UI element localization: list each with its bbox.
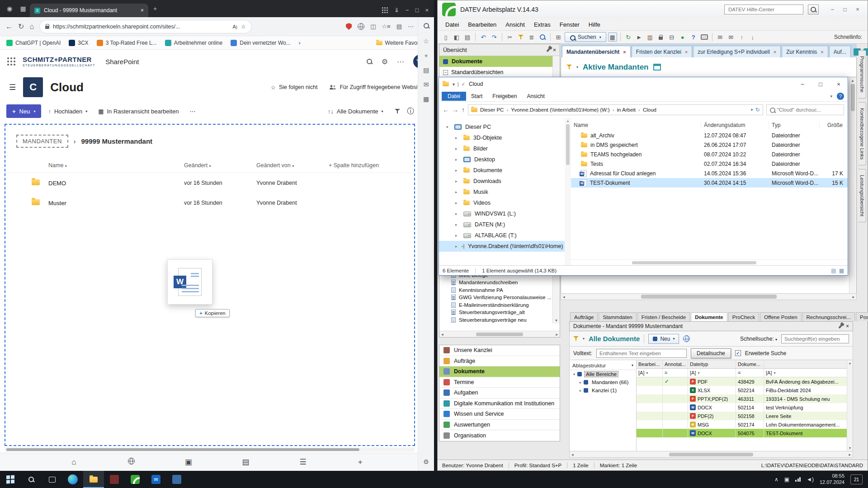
scroll-right-icon[interactable]: ▸ [849, 452, 851, 457]
tree-item-dieser-pc[interactable]: ▾Dieser PC [439, 122, 571, 132]
tab-close-icon[interactable]: × [774, 49, 776, 55]
ribbon-collapse-icon[interactable]: ▾ [830, 94, 832, 99]
document-row-selected[interactable]: WDOCX 504075 TEST-Dokument [637, 429, 853, 437]
close-icon[interactable]: × [852, 5, 863, 14]
new-document-icon[interactable]: ▯ [441, 33, 450, 42]
nav-organisation[interactable]: Organisation [439, 430, 560, 441]
taskbar-clock[interactable]: 08:55 12.07.2024 [820, 473, 844, 486]
redo-icon[interactable]: ↷ [490, 33, 499, 42]
collapse-icon[interactable]: − [443, 70, 448, 75]
scroll-left-icon[interactable]: ◂ [563, 295, 565, 299]
tree-item-alle-bereiche[interactable]: ▾Alle Bereiche [570, 370, 636, 378]
follow-button[interactable]: ☆Sie folgen nicht [271, 84, 318, 91]
chevron-down-icon[interactable]: ▾ [751, 108, 753, 112]
monitor-icon[interactable] [700, 33, 709, 42]
go-icon[interactable]: ► [635, 33, 644, 42]
sidebar-search-icon[interactable] [423, 23, 429, 30]
refresh-icon[interactable]: ↻ [624, 33, 633, 42]
main-horizontal-scrollbar[interactable]: ◂▸ [561, 293, 857, 300]
drag-ghost-word-document[interactable]: W [167, 259, 212, 305]
filter-cell[interactable]: [A]▾ [688, 369, 736, 377]
filter-cell[interactable]: = [663, 369, 688, 377]
grid-vertical-scrollbar[interactable]: ▴▾ [847, 360, 853, 451]
mail-icon[interactable]: ✉ [716, 33, 725, 42]
split-screen-icon[interactable]: ◫ [370, 23, 376, 30]
filter-icon[interactable] [566, 65, 572, 70]
expand-icon[interactable]: ▸ [580, 380, 581, 385]
suchen-button[interactable]: Suchen▾ [565, 32, 606, 42]
network-icon[interactable] [795, 477, 801, 482]
tree-item-home-drive[interactable]: ▸Yvonne.Drabent (\\intern\dfs01\Home) (W… [439, 241, 571, 252]
ribbon-tab-freigeben[interactable]: Freigeben [487, 92, 522, 101]
list-icon[interactable]: ≣ [527, 33, 536, 42]
minimize-icon[interactable]: − [793, 77, 811, 91]
filter-cell[interactable]: [A]▾ [764, 369, 853, 377]
document-row[interactable]: WDOCX 502114 test Verknüpfung [637, 403, 853, 412]
phone-icon[interactable]: ● [678, 33, 687, 42]
favorite-star-icon[interactable]: ☆ [241, 23, 246, 30]
menu-ansicht[interactable]: Ansicht [501, 20, 529, 29]
translate-icon[interactable] [358, 23, 364, 30]
info-icon[interactable]: ⓘ [407, 107, 415, 116]
home-icon[interactable]: ⌂ [29, 23, 34, 31]
tree-item-daten[interactable]: ▸DATEN (M:) [439, 219, 571, 230]
taskbar-app2-button[interactable] [166, 471, 187, 488]
book-icon[interactable]: ▥ [646, 33, 655, 42]
nav-dokumente[interactable]: Dokumente [439, 366, 560, 377]
breadcrumb-root[interactable]: MANDANTEN [16, 135, 68, 148]
panel-group-standarduebersichten[interactable]: − Standardübersichten [439, 67, 560, 78]
crumb-dieser-pc[interactable]: Dieser PC [480, 107, 504, 113]
scroll-up-icon[interactable]: ▴ [567, 119, 569, 123]
document-row[interactable]: PPPTX;PDF(2) 463311 193314 - DMS Schulun… [637, 394, 853, 403]
save-icon[interactable]: ◧ [452, 33, 461, 42]
horizontal-scrollbar[interactable] [5, 447, 415, 452]
crumb-in-arbeit[interactable]: in Arbeit [617, 107, 636, 113]
collections-icon[interactable]: ▤ [396, 23, 402, 30]
close-icon[interactable]: × [830, 77, 848, 91]
list-item[interactable]: Mandantenrundschreiben [439, 279, 552, 286]
filter-icon[interactable] [573, 336, 579, 341]
tab-erledigung[interactable]: zur Erledigung S+P individuell× [693, 46, 781, 57]
url-field[interactable]: https://schmitzpartnerkoeln.sharepoint.c… [39, 20, 252, 33]
file-row[interactable]: in DMS gespeichert 26.06.2024 17:07Datei… [571, 140, 848, 150]
dock-tab-procheck[interactable]: ProCheck [728, 312, 760, 321]
back-icon[interactable]: ← [5, 23, 13, 31]
quick-access-toolbar[interactable]: ▾|✓ [453, 82, 465, 87]
table-row[interactable]: DEMO vor 16 Stunden Yvonne Drabent [5, 173, 414, 193]
notification-center-icon[interactable]: 21 [850, 474, 863, 484]
taskbar-app-button[interactable] [104, 471, 125, 488]
table-row[interactable]: Muster vor 16 Stunden Yvonne Drabent [5, 193, 414, 213]
crumb-home-drive[interactable]: Yvonne.Drabent (\\intern\dfs01\Home) (W:… [511, 107, 609, 113]
col-annotation[interactable]: Annotat... [663, 360, 688, 368]
add-icon[interactable]: + [331, 458, 389, 467]
tree-item-altablage[interactable]: ▸ALTABLAGE (T:) [439, 230, 571, 241]
menu-hilfe[interactable]: Hilfe [585, 20, 604, 29]
column-name[interactable]: Name ▾ [48, 162, 184, 169]
grid-icon[interactable]: ⊞ [554, 33, 563, 42]
tree-scrollbar[interactable]: ▴ [565, 118, 571, 265]
nav-termine[interactable]: Termine [439, 377, 560, 388]
side-tab-kontextlinks[interactable]: Kontextbezogene Links [859, 102, 866, 165]
ribbon-tab-ansicht[interactable]: Ansicht [522, 92, 549, 101]
sidebar-favorites-icon[interactable]: ☆ [423, 38, 429, 45]
zoom-icon[interactable] [538, 33, 547, 42]
thumbnails-view-icon[interactable]: ▦ [839, 267, 844, 274]
scroll-left-icon[interactable]: ◂ [441, 332, 443, 337]
favorite-item[interactable]: 3 Top-Rated Free L... [97, 40, 157, 46]
sidebar-collections-icon[interactable]: ▤ [423, 66, 429, 74]
column-size[interactable]: Größe [820, 122, 847, 129]
list-item[interactable]: Steuerberatungsverträge neu [439, 316, 552, 324]
grid-edit-button[interactable]: ▦In Rasteransicht bearbeiten [94, 104, 183, 118]
address-breadcrumb[interactable]: Dieser PC› Yvonne.Drabent (\\intern\dfs0… [468, 104, 763, 115]
column-name[interactable]: Name [571, 122, 701, 129]
upload-button[interactable]: ↑Hochladen▾ [44, 104, 91, 118]
arrow-up-icon[interactable]: ↑ [737, 33, 746, 42]
menu-datei[interactable]: Datei [441, 20, 463, 29]
favorites-bar-icon[interactable]: ☆≡ [382, 23, 390, 30]
document-row[interactable]: ✓ PPDF 438429 BvFA Änderung des Abgabeze… [637, 377, 853, 386]
refresh-icon[interactable]: ↻ [18, 22, 24, 31]
table-view-icon[interactable] [653, 64, 661, 70]
filter-cell[interactable]: = [736, 369, 764, 377]
crumb-cloud[interactable]: Cloud [643, 107, 656, 113]
chevron-down-icon[interactable]: ▾ [576, 65, 578, 69]
